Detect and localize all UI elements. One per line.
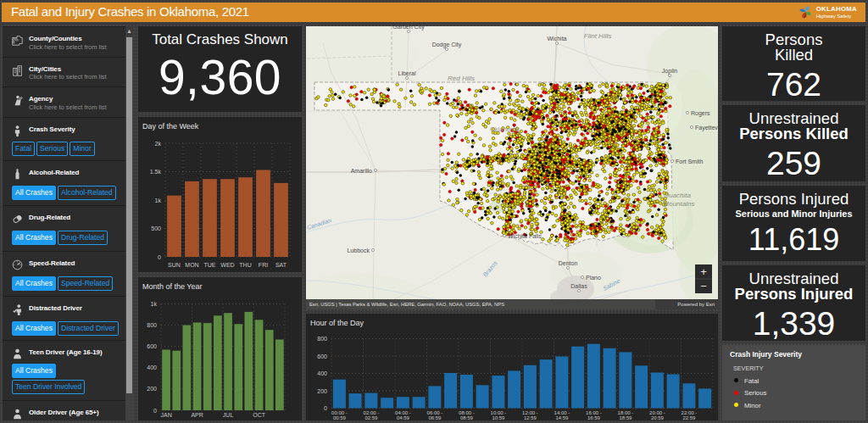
svg-text:04:00 -: 04:00 - [395, 410, 411, 415]
svg-text:Plano: Plano [586, 275, 601, 281]
svg-text:Liberal: Liberal [398, 70, 415, 76]
svg-text:Flint Hills: Flint Hills [584, 32, 611, 40]
svg-text:OCT: OCT [253, 412, 266, 418]
svg-text:APR: APR [191, 412, 203, 418]
svg-text:12:00 -: 12:00 - [522, 410, 538, 415]
svg-text:Wichita: Wichita [548, 36, 567, 42]
svg-text:MON: MON [185, 262, 198, 268]
svg-text:18:00 -: 18:00 - [618, 410, 634, 415]
svg-text:THU: THU [239, 262, 251, 268]
svg-text:Denton: Denton [559, 260, 578, 266]
svg-text:Powered by Esri: Powered by Esri [677, 302, 715, 307]
svg-text:20:59: 20:59 [651, 415, 665, 420]
svg-text:Red Hills: Red Hills [448, 75, 475, 82]
svg-text:Esri, USGS | Texas Parks & Wil: Esri, USGS | Texas Parks & Wildlife, Esr… [309, 302, 504, 307]
svg-text:600: 600 [317, 353, 327, 359]
svg-text:0: 0 [158, 254, 161, 260]
svg-text:Amarillo: Amarillo [351, 168, 372, 174]
svg-text:Fort Smith: Fort Smith [676, 159, 703, 164]
svg-text:SUN: SUN [168, 262, 181, 268]
svg-text:500: 500 [151, 225, 161, 231]
svg-text:08:59: 08:59 [460, 415, 474, 420]
svg-text:600: 600 [147, 343, 157, 349]
svg-text:WED: WED [220, 262, 234, 268]
svg-text:+: + [700, 265, 707, 278]
svg-text:JUL: JUL [223, 412, 234, 418]
svg-text:Oklahoma: Oklahoma [490, 125, 520, 133]
svg-text:06:59: 06:59 [428, 415, 442, 420]
svg-text:Joplin: Joplin [662, 68, 677, 75]
svg-text:1k: 1k [151, 301, 158, 307]
svg-text:1k: 1k [155, 198, 162, 203]
svg-text:TUE: TUE [204, 262, 216, 268]
svg-text:16:00 -: 16:00 - [586, 410, 602, 415]
svg-text:800: 800 [147, 322, 157, 328]
svg-text:00:00 -: 00:00 - [331, 410, 348, 415]
svg-text:0: 0 [324, 405, 327, 411]
svg-text:08:00 -: 08:00 - [459, 410, 475, 415]
svg-text:400: 400 [317, 370, 327, 376]
svg-text:Dodge City: Dodge City [432, 42, 462, 48]
svg-text:0: 0 [153, 408, 157, 414]
svg-text:14:00 -: 14:00 - [554, 410, 570, 415]
svg-text:Dallas: Dallas [570, 283, 587, 289]
svg-text:400: 400 [147, 365, 157, 370]
svg-text:22:59: 22:59 [682, 415, 696, 420]
svg-text:Wichita Falls: Wichita Falls [508, 233, 542, 239]
svg-text:12:59: 12:59 [524, 415, 537, 420]
svg-text:18:59: 18:59 [619, 415, 632, 420]
svg-text:Mountains: Mountains [664, 200, 695, 208]
svg-text:200: 200 [317, 388, 327, 394]
svg-text:16:59: 16:59 [587, 415, 601, 420]
svg-text:FRI: FRI [259, 262, 268, 268]
svg-text:04:59: 04:59 [397, 415, 410, 420]
svg-text:Fayetteville: Fayetteville [695, 125, 718, 131]
svg-text:Lubbock: Lubbock [348, 248, 370, 253]
svg-text:20:00 -: 20:00 - [649, 410, 665, 415]
svg-text:02:00 -: 02:00 - [364, 410, 380, 415]
svg-text:1.5k: 1.5k [150, 169, 162, 175]
svg-text:00:59: 00:59 [333, 415, 347, 420]
svg-text:10:59: 10:59 [492, 415, 505, 420]
svg-text:−: − [700, 280, 707, 292]
svg-text:02:59: 02:59 [364, 415, 378, 420]
svg-text:Ouachita: Ouachita [664, 192, 692, 199]
svg-text:800: 800 [317, 336, 327, 342]
svg-text:14:59: 14:59 [555, 415, 569, 420]
svg-text:200: 200 [147, 386, 157, 392]
svg-text:JAN: JAN [160, 412, 171, 418]
svg-text:Rogers: Rogers [691, 110, 710, 117]
svg-text:22:00 -: 22:00 - [682, 410, 698, 415]
svg-text:2k: 2k [155, 141, 162, 147]
svg-text:06:00 -: 06:00 - [427, 410, 443, 415]
svg-text:SAT: SAT [275, 262, 287, 268]
svg-text:10:00 -: 10:00 - [491, 410, 507, 415]
